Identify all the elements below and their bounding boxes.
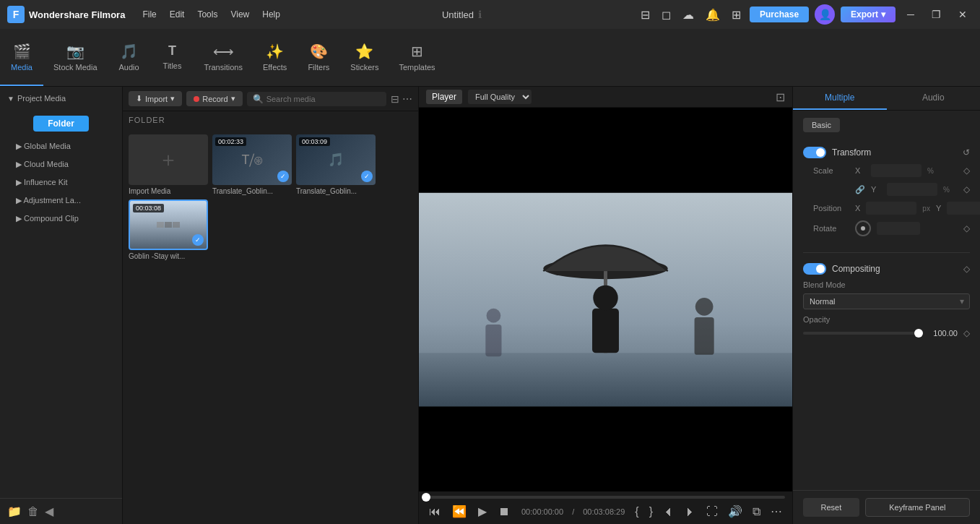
tab-stickers[interactable]: ⭐ Stickers — [340, 29, 389, 86]
sidebar-item-influence-kit[interactable]: ▶ Influence Kit — [0, 173, 122, 192]
transform-label: Transform — [832, 147, 871, 158]
play-btn[interactable]: ▶ — [475, 503, 490, 520]
window-btn[interactable]: ◻ — [659, 5, 674, 25]
record-button[interactable]: Record ▾ — [186, 91, 242, 106]
scale-reset-icon[interactable]: ◇ — [963, 166, 970, 176]
scale-y-input[interactable]: 100.00 — [887, 183, 937, 196]
transform-reset-icon[interactable]: ↺ — [963, 147, 970, 158]
chevron-right-icon: ▶ — [16, 160, 24, 168]
tab-templates[interactable]: ⊞ Templates — [389, 29, 445, 86]
scale-y-reset-icon[interactable]: ◇ — [963, 184, 970, 194]
menu-view[interactable]: View — [225, 7, 255, 22]
keyframe-panel-button[interactable]: Keyframe Panel — [865, 498, 970, 517]
opacity-slider[interactable] — [803, 332, 923, 335]
menu-edit[interactable]: Edit — [164, 7, 191, 22]
new-folder-btn[interactable]: 📁 — [7, 504, 22, 518]
filter-btn[interactable]: ⊟ — [391, 93, 399, 105]
sidebar-item-global-media[interactable]: ▶ Global Media — [0, 137, 122, 155]
transform-toggle[interactable] — [803, 147, 826, 158]
purchase-button[interactable]: Purchase — [750, 7, 809, 22]
position-y-input[interactable]: 0.00 — [947, 202, 980, 215]
media-thumb-translate-cc[interactable]: 00:02:33 T⧸⊛ ✓ — [212, 134, 292, 185]
playback-controls: ⏮ ⏪ ▶ ⏹ 00:00:00:00 / 00:03:08:29 { } ⏴ … — [426, 503, 785, 520]
fullscreen-btn[interactable]: ⛶ — [703, 504, 721, 520]
cloud-btn[interactable]: ☁ — [680, 5, 697, 25]
stop-btn[interactable]: ⏹ — [495, 504, 513, 520]
tab-stock-media[interactable]: 📷 Stock Media — [43, 29, 108, 86]
tab-titles[interactable]: T Titles — [151, 29, 194, 86]
next-frame-btn[interactable]: ⏵ — [682, 504, 699, 520]
right-panel: Multiple Audio Basic Transform ↺ Scale X… — [792, 87, 980, 524]
more-preview-btn[interactable]: ⋯ — [768, 503, 785, 520]
win-minimize-btn[interactable]: ─ — [901, 6, 920, 23]
tab-media[interactable]: 🎬 Media — [0, 29, 43, 86]
reset-button[interactable]: Reset — [803, 498, 859, 517]
delete-folder-btn[interactable]: 🗑 — [27, 504, 39, 518]
sidebar: ▼ Project Media Folder ▶ Global Media ▶ … — [0, 87, 123, 524]
pos-x-axis: X — [855, 204, 860, 212]
avatar[interactable]: 👤 — [815, 4, 835, 25]
audio-btn[interactable]: 🔊 — [725, 503, 745, 520]
import-media-thumb[interactable]: ＋ — [129, 134, 208, 185]
tab-effects[interactable]: ✨ Effects — [253, 29, 297, 86]
tab-transitions[interactable]: ⟷ Transitions — [194, 29, 253, 86]
list-item[interactable]: 00:03:09 🎵 ✓ Translate_Goblin... — [296, 134, 376, 195]
chevron-right-icon: ▶ — [16, 196, 23, 205]
menu-tools[interactable]: Tools — [191, 7, 223, 22]
app-logo: F Wondershare Filmora — [7, 6, 125, 23]
sidebar-item-compound-clip[interactable]: ▶ Compound Clip — [0, 210, 122, 228]
grid-btn[interactable]: ⊞ — [729, 5, 744, 25]
player-tab[interactable]: Player — [426, 90, 462, 104]
list-item[interactable]: ＋ Import Media — [129, 134, 208, 195]
tab-audio[interactable]: 🎵 Audio — [108, 29, 151, 86]
list-item[interactable]: 00:02:33 T⧸⊛ ✓ Translate_Goblin... — [212, 134, 292, 195]
blend-mode-select[interactable]: Normal — [803, 293, 970, 309]
basic-button[interactable]: Basic — [803, 118, 840, 132]
minimize-btn[interactable]: ⊟ — [638, 5, 653, 25]
scale-x-input[interactable]: 100.00 — [871, 164, 922, 177]
folder-button[interactable]: Folder — [33, 116, 89, 132]
mark-in-btn[interactable]: { — [632, 504, 641, 520]
import-button[interactable]: ⬇ Import ▾ — [129, 91, 182, 106]
win-close-btn[interactable]: ✕ — [953, 6, 973, 23]
blend-mode-label: Blend Mode — [803, 280, 970, 289]
sidebar-header-project-media[interactable]: ▼ Project Media — [0, 90, 122, 107]
opacity-reset-icon[interactable]: ◇ — [963, 328, 970, 338]
compositing-toggle[interactable] — [803, 263, 826, 275]
export-button[interactable]: Export ▾ — [841, 7, 896, 22]
quality-select[interactable]: Full Quality — [468, 90, 532, 104]
mark-out-btn[interactable]: } — [646, 504, 656, 520]
audio-tab-icon: 🎵 — [120, 43, 138, 60]
menu-help[interactable]: Help — [256, 7, 286, 22]
more-options-btn[interactable]: ⋯ — [402, 93, 412, 105]
rotate-dial[interactable] — [855, 220, 871, 236]
scale-x-axis: X — [855, 166, 865, 175]
tab-multiple[interactable]: Multiple — [793, 87, 887, 110]
win-restore-btn[interactable]: ❐ — [926, 6, 947, 23]
prev-frame-btn[interactable]: ⏴ — [660, 504, 677, 520]
tab-audio[interactable]: Audio — [887, 87, 981, 110]
sidebar-item-cloud-media[interactable]: ▶ Cloud Media — [0, 155, 122, 173]
list-item[interactable]: 00:03:08 ✓ Goblin -Stay wit... — [129, 199, 208, 260]
collapse-sidebar-btn[interactable]: ◀ — [45, 504, 53, 518]
rotate-reset-icon[interactable]: ◇ — [963, 223, 970, 233]
expand-preview-btn[interactable]: ⊡ — [776, 90, 785, 104]
step-back-btn[interactable]: ⏪ — [449, 503, 469, 520]
compositing-reset-icon[interactable]: ◇ — [963, 264, 970, 274]
skip-back-btn[interactable]: ⏮ — [426, 504, 443, 520]
right-panel-spacer — [793, 351, 980, 490]
notification-btn[interactable]: 🔔 — [703, 5, 723, 25]
search-box[interactable]: 🔍 — [247, 92, 386, 106]
position-x-input[interactable]: 0.00 — [866, 202, 916, 215]
media-item-name: Translate_Goblin... — [212, 187, 292, 195]
menu-file[interactable]: File — [136, 7, 162, 22]
sidebar-item-adjustment-layer[interactable]: ▶ Adjustment La... — [0, 192, 122, 210]
media-thumb-translate-audio[interactable]: 00:03:09 🎵 ✓ — [296, 134, 376, 185]
media-thumb-goblin[interactable]: 00:03:08 ✓ — [129, 199, 208, 250]
rotate-input[interactable]: 0.00° — [877, 222, 920, 235]
pip-btn[interactable]: ⧉ — [750, 504, 763, 520]
search-input[interactable] — [266, 95, 381, 103]
opacity-row: Opacity 100.00 ◇ — [803, 315, 970, 338]
progress-bar[interactable] — [426, 496, 785, 499]
tab-filters[interactable]: 🎨 Filters — [297, 29, 340, 86]
